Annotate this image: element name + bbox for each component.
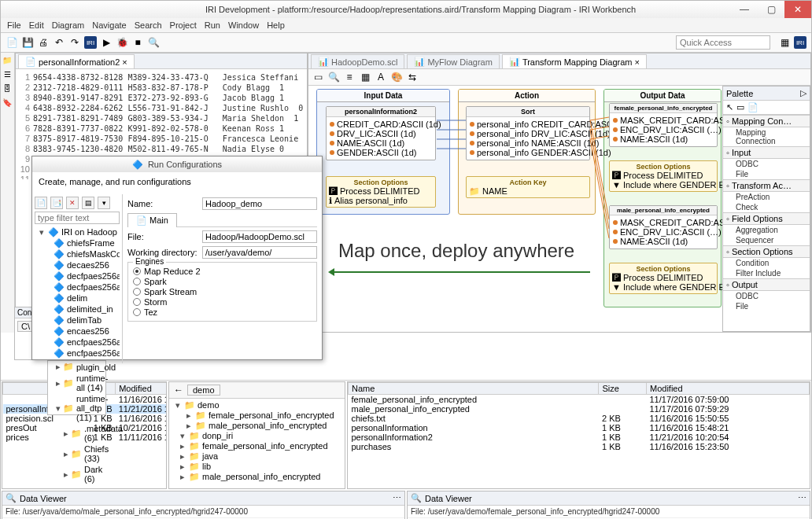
filter-input[interactable]	[35, 212, 120, 224]
grid-icon[interactable]: ▦	[359, 71, 371, 83]
zoom-icon[interactable]: 🔍	[327, 71, 340, 83]
palette-category[interactable]: ◦Input	[723, 146, 810, 159]
field-row[interactable]: NAME:ASCII (1d)	[613, 237, 714, 246]
tree-item[interactable]: 🔷encfpaes256alph	[35, 337, 120, 348]
new-icon[interactable]: 📄	[6, 36, 18, 49]
palette-category[interactable]: ◦Output	[723, 278, 810, 291]
palette-item[interactable]: Mapping Connection	[723, 127, 810, 146]
palette-item[interactable]: PreAction	[723, 192, 810, 202]
palette-category[interactable]: ◦Mapping Con…	[723, 115, 810, 127]
field-row[interactable]: GENDER:ASCII (1d)	[330, 148, 432, 157]
menu-window[interactable]: Window	[228, 20, 259, 30]
print-icon[interactable]: 🖨	[37, 36, 50, 49]
tree-item[interactable]: ▾📁donp_iri	[172, 431, 341, 441]
menu-run[interactable]: Run	[205, 20, 220, 30]
tree-item[interactable]: ▸📁female_personal_info_encrypted	[172, 441, 341, 451]
package-explorer-icon[interactable]: 📁	[2, 56, 13, 67]
project-item[interactable]: ▸📁Dark (6)	[48, 464, 105, 484]
field-row[interactable]: NAME:ASCII (1d)	[330, 138, 432, 148]
field-row[interactable]: personal_info CREDIT_CARD:ASCII (1d)	[470, 120, 586, 129]
palette-category[interactable]: ◦Section Options	[723, 245, 810, 258]
tree-item[interactable]: 🔷encaes256	[35, 326, 120, 337]
editor-tab-personalinformation2[interactable]: 📄 personalInformation2 ×	[18, 54, 135, 68]
minimize-button[interactable]: —	[731, 1, 758, 18]
palette-item[interactable]: Filter Include	[723, 268, 810, 278]
field-row[interactable]: personal_info NAME:ASCII (1d)	[470, 138, 586, 148]
tree-item[interactable]: 🔷decfpaes256alph	[35, 271, 120, 282]
section-option-item[interactable]: 📁NAME	[469, 186, 587, 196]
field-row[interactable]: NAME:ASCII (1d)	[613, 134, 714, 144]
menu-edit[interactable]: Edit	[29, 20, 44, 30]
tree-item[interactable]: 🔷delimited_in	[35, 304, 120, 315]
stop-icon[interactable]: ■	[131, 36, 144, 49]
menu-search[interactable]: Search	[135, 20, 162, 30]
palette-item[interactable]: Aggregation	[723, 225, 810, 235]
column-header[interactable]: Size	[599, 383, 647, 395]
table-row[interactable]: personalInformation1 KB11/16/2016 15:48:…	[349, 423, 810, 432]
section-option-item[interactable]: ▼Include where GENDER EQ 1	[612, 282, 714, 292]
diagram-tab[interactable]: 📊MyFlow Diagram	[407, 54, 500, 68]
tree-item[interactable]: 🔷delimTab	[35, 315, 120, 326]
diagram-tab[interactable]: 📊Transform Mapping Diagram ×	[502, 54, 647, 68]
tree-item[interactable]: ▸📁female_personal_info_encrypted	[172, 410, 341, 421]
menu-help[interactable]: Help	[267, 20, 285, 30]
data-viewer-menu-icon[interactable]: ⋯	[393, 493, 401, 503]
project-explorer-fragment[interactable]: ▸📁plugin_old▸📁runtime-all (14)▾📁runtime-…	[47, 360, 106, 415]
engine-radio[interactable]: Spark Stream	[133, 287, 312, 296]
quick-access-input[interactable]	[676, 35, 770, 50]
palette-item[interactable]: Check	[723, 202, 810, 212]
debug-icon[interactable]: 🐞	[116, 36, 128, 49]
config-name-input[interactable]	[202, 197, 317, 210]
field-row[interactable]: MASK_CREDIT_CARD:ASCII (…)	[613, 116, 714, 125]
palette-collapse-icon[interactable]: ▷	[800, 88, 806, 98]
engine-radio[interactable]: Storm	[133, 297, 312, 307]
field-row[interactable]: MASK_CREDIT_CARD:ASCII (…)	[613, 218, 714, 227]
project-item[interactable]: ▸📁runtime-all (14)	[48, 373, 105, 393]
maximize-button[interactable]: ▢	[758, 1, 784, 18]
action-key-node[interactable]: Action Key 📁NAME	[466, 176, 590, 198]
palette-item[interactable]: Condition	[723, 258, 810, 268]
table-row[interactable]: purchases1 KB11/16/2016 15:23:50	[349, 442, 810, 451]
close-tab-icon[interactable]: ×	[634, 57, 639, 67]
run-icon[interactable]: ▶	[100, 36, 113, 49]
select-icon[interactable]: ▭	[312, 71, 324, 83]
field-row[interactable]: CREDIT_CARD:ASCII (1d)	[330, 120, 432, 129]
column-header[interactable]: Modified	[116, 383, 166, 395]
diagram-tab[interactable]: 📊HadoopDemo.scl	[311, 54, 404, 68]
duplicate-config-icon[interactable]: 📑	[50, 197, 63, 209]
project-item[interactable]: ▸📁.metadata (6)	[48, 423, 105, 444]
section-option-item[interactable]: 🅿Process DELIMITED	[329, 186, 433, 196]
tree-item[interactable]: 🔷encfpaes256asci	[35, 348, 120, 359]
sort-node[interactable]: Sort personal_info CREDIT_CARD:ASCII (1d…	[466, 106, 590, 160]
project-item[interactable]: ▸📁Chiefs (33)	[48, 444, 105, 464]
font-icon[interactable]: A	[375, 71, 387, 83]
table-row[interactable]: personalInformation21 KB11/21/2016 10:20…	[349, 432, 810, 442]
palette-item[interactable]: File	[723, 301, 810, 311]
back-icon[interactable]: ←	[172, 384, 185, 396]
palette-item[interactable]: File	[723, 169, 810, 179]
column-header[interactable]: Modified	[647, 383, 810, 395]
close-button[interactable]: ✕	[784, 1, 811, 18]
field-row[interactable]: DRV_LIC:ASCII (1d)	[330, 129, 432, 138]
save-icon[interactable]: 💾	[21, 36, 34, 49]
output1-section-options[interactable]: Section Options 🅿Process DELIMITED▼Inclu…	[609, 160, 718, 192]
data-source-icon[interactable]: 🗄	[2, 84, 13, 95]
marquee-icon[interactable]: ▭	[736, 102, 744, 112]
section-option-item[interactable]: 🅿Process DELIMITED	[612, 273, 714, 282]
column-header[interactable]: Name	[349, 383, 599, 395]
note-icon[interactable]: 📄	[747, 102, 758, 112]
engine-radio[interactable]: Map Reduce 2	[133, 267, 312, 276]
palette-category[interactable]: ◦Field Options	[723, 212, 810, 225]
field-row[interactable]: personal_info DRV_LIC:ASCII (1d)	[470, 129, 586, 138]
project-item[interactable]: ▾📁runtime-all_dtp (11)	[48, 393, 105, 423]
tree-item[interactable]: ▸📁lib	[172, 462, 341, 472]
delete-config-icon[interactable]: ✕	[66, 197, 79, 209]
field-row[interactable]: ENC_DRV_LIC:ASCII (…)	[613, 125, 714, 134]
tree-item[interactable]: 🔷decaes256	[35, 260, 120, 271]
align-icon[interactable]: ≡	[343, 71, 356, 83]
close-tab-icon[interactable]: ×	[122, 57, 127, 67]
input-section-options[interactable]: Section Options 🅿Process DELIMITEDℹAlias…	[326, 176, 436, 208]
tree-item[interactable]: ▸📁male_personal_info_encrypted	[172, 472, 341, 482]
diagram-canvas[interactable]: Input Data Action Output Data personalIn…	[308, 86, 722, 310]
bookmark-icon[interactable]: 🔖	[2, 98, 13, 109]
